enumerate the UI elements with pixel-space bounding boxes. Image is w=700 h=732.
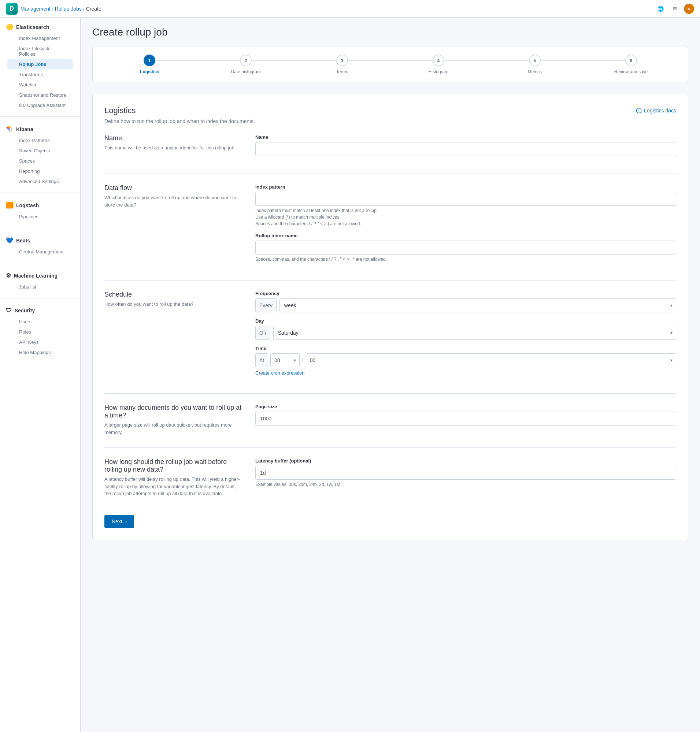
sidebar-item-reporting[interactable]: Reporting bbox=[7, 166, 73, 176]
logistics-docs-link[interactable]: Logistics docs bbox=[636, 108, 676, 113]
sidebar-item-pipelines[interactable]: Pipelines bbox=[7, 212, 73, 222]
step-5[interactable]: 5 Metrics bbox=[487, 54, 583, 74]
sidebar-item-central-management[interactable]: Central Management bbox=[7, 247, 73, 257]
sidebar-item-snapshot[interactable]: Snapshot and Restore bbox=[7, 90, 73, 100]
sidebar-item-index-management[interactable]: Index Management bbox=[7, 33, 73, 43]
logstash-label: Logstash bbox=[16, 203, 39, 208]
divider-3 bbox=[104, 393, 676, 394]
day-row: On Monday Tuesday Wednesday Thursday Fri… bbox=[255, 326, 676, 340]
data-flow-desc: Which indices do you want to roll up and… bbox=[104, 194, 244, 208]
sidebar-item-advanced-settings[interactable]: Advanced Settings bbox=[7, 176, 73, 187]
time-group: Time At 00010203 04050607 08091011 12131… bbox=[255, 346, 676, 376]
sidebar-elasticsearch-header[interactable]: 🟡 Elasticsearch bbox=[6, 24, 74, 30]
latency-field-group: Latency buffer (optional) Example values… bbox=[255, 458, 676, 488]
page-size-field-group: Page size bbox=[255, 404, 676, 425]
time-minutes-wrap: 00153045 ▾ bbox=[306, 353, 676, 367]
sidebar-item-roles[interactable]: Roles bbox=[7, 327, 73, 337]
sidebar-item-upgrade[interactable]: 8.0 Upgrade Assistant bbox=[7, 100, 73, 110]
index-pattern-group: Index pattern Index pattern must match a… bbox=[255, 184, 676, 227]
rollup-index-name-input[interactable] bbox=[255, 241, 676, 254]
step-3[interactable]: 3 Terms bbox=[294, 54, 390, 74]
data-flow-left: Data flow Which indices do you want to r… bbox=[104, 184, 244, 268]
latency-right: Latency buffer (optional) Example values… bbox=[255, 458, 676, 497]
app-logo[interactable]: D bbox=[6, 3, 18, 15]
sidebar-security-header[interactable]: 🛡 Security bbox=[6, 307, 74, 314]
logo-letter: D bbox=[10, 6, 14, 12]
page-size-field-label: Page size bbox=[255, 404, 676, 409]
breadcrumb-management[interactable]: Management bbox=[21, 6, 50, 12]
sidebar-item-spaces[interactable]: Spaces bbox=[7, 156, 73, 166]
sidebar-beats-header[interactable]: 💙 Beats bbox=[6, 237, 74, 244]
sidebar-item-transforms[interactable]: Transforms bbox=[7, 69, 73, 79]
step-3-label: Terms bbox=[336, 69, 349, 74]
next-button[interactable]: Next › bbox=[104, 515, 134, 528]
beats-label: Beats bbox=[16, 238, 30, 244]
sidebar-kibana-header[interactable]: 🪁 Kibana bbox=[6, 126, 74, 132]
sidebar-logstash-header[interactable]: 🟧 Logstash bbox=[6, 202, 74, 209]
sidebar-section-logstash: 🟧 Logstash Pipelines bbox=[0, 196, 80, 225]
step-2[interactable]: 2 Date histogram bbox=[198, 54, 294, 74]
sidebar-section-elasticsearch: 🟡 Elasticsearch Index Management Index L… bbox=[0, 18, 80, 113]
day-select[interactable]: Monday Tuesday Wednesday Thursday Friday… bbox=[273, 326, 676, 340]
name-field-label: Name bbox=[255, 134, 676, 140]
frequency-prefix: Every bbox=[255, 298, 276, 312]
name-input[interactable] bbox=[255, 142, 676, 156]
breadcrumb-sep1: / bbox=[52, 6, 53, 12]
security-label: Security bbox=[15, 307, 35, 313]
step-1-circle: 1 bbox=[144, 54, 155, 66]
kibana-icon: 🪁 bbox=[6, 126, 13, 132]
frequency-select[interactable]: week day hour minute bbox=[279, 298, 676, 312]
time-hours-wrap: 00010203 04050607 08091011 12131415 1617… bbox=[270, 353, 300, 367]
schedule-right: Frequency Every week day hour minute bbox=[255, 291, 676, 382]
globe-icon[interactable]: 🌐 bbox=[654, 3, 666, 15]
sidebar-item-saved-objects[interactable]: Saved Objects bbox=[7, 146, 73, 156]
time-minutes-select[interactable]: 00153045 bbox=[306, 353, 676, 367]
sidebar-item-users[interactable]: Users bbox=[7, 317, 73, 326]
user-avatar[interactable]: o bbox=[684, 4, 694, 14]
data-flow-section: Data flow Which indices do you want to r… bbox=[104, 184, 676, 268]
name-section: Name This name will be used as a unique … bbox=[104, 134, 676, 162]
sidebar-item-role-mappings[interactable]: Role Mappings bbox=[7, 347, 73, 357]
user-initial: o bbox=[688, 6, 690, 11]
breadcrumb-rollup-jobs[interactable]: Rollup Jobs bbox=[55, 6, 82, 12]
sidebar-item-index-patterns[interactable]: Index Patterns bbox=[7, 135, 73, 146]
data-flow-label: Data flow bbox=[104, 184, 244, 192]
frequency-select-wrap: week day hour minute ▾ bbox=[279, 298, 676, 312]
time-colon: : bbox=[302, 357, 303, 364]
name-field-group: Name bbox=[255, 134, 676, 156]
latency-section-desc: A latency buffer will delay rolling up d… bbox=[104, 476, 244, 497]
sidebar-section-security: 🛡 Security Users Roles API Keys Role Map… bbox=[0, 301, 80, 361]
rollup-index-name-label: Rollup index name bbox=[255, 233, 676, 238]
sidebar-item-rollup-jobs[interactable]: Rollup Jobs bbox=[7, 59, 73, 69]
step-2-circle: 2 bbox=[240, 54, 251, 66]
page-title: Create rollup job bbox=[92, 26, 688, 38]
sidebar-item-jobs-list[interactable]: Jobs list bbox=[7, 282, 73, 292]
mail-icon[interactable]: ✉ bbox=[669, 3, 681, 15]
index-pattern-input[interactable] bbox=[255, 192, 676, 206]
page-size-input[interactable] bbox=[255, 412, 676, 425]
sidebar-item-watcher[interactable]: Watcher bbox=[7, 80, 73, 90]
latency-buffer-input[interactable] bbox=[255, 466, 676, 480]
ml-icon: ⚙ bbox=[6, 272, 11, 279]
ml-label: Machine Learning bbox=[14, 273, 57, 279]
time-hours-select[interactable]: 00010203 04050607 08091011 12131415 1617… bbox=[270, 353, 300, 367]
sidebar-item-api-keys[interactable]: API Keys bbox=[7, 337, 73, 347]
page-size-section: How many documents do you want to roll u… bbox=[104, 404, 676, 436]
name-section-right: Name bbox=[255, 134, 676, 162]
step-5-label: Metrics bbox=[528, 69, 542, 74]
latency-left: How long should the rollup job wait befo… bbox=[104, 458, 244, 497]
divider-1 bbox=[104, 173, 676, 174]
step-1[interactable]: 1 Logistics bbox=[101, 54, 198, 74]
sidebar-ml-header[interactable]: ⚙ Machine Learning bbox=[6, 272, 74, 279]
create-cron-expression-link[interactable]: Create cron expression bbox=[255, 370, 304, 376]
sidebar-section-ml: ⚙ Machine Learning Jobs list bbox=[0, 266, 80, 295]
step-4[interactable]: 4 Histogram bbox=[390, 54, 487, 74]
sidebar: 🟡 Elasticsearch Index Management Index L… bbox=[0, 18, 81, 732]
stepper: 1 Logistics 2 Date histogram 3 Terms 4 bbox=[92, 47, 688, 82]
name-section-left: Name This name will be used as a unique … bbox=[104, 134, 244, 162]
page-size-desc: A larger page size will roll up data qui… bbox=[104, 422, 244, 436]
page-size-label: How many documents do you want to roll u… bbox=[104, 404, 244, 419]
step-6[interactable]: 6 Review and save bbox=[583, 54, 679, 74]
sidebar-item-index-lifecycle[interactable]: Index Lifecycle Policies bbox=[7, 44, 73, 59]
time-at-label: At bbox=[255, 353, 268, 367]
